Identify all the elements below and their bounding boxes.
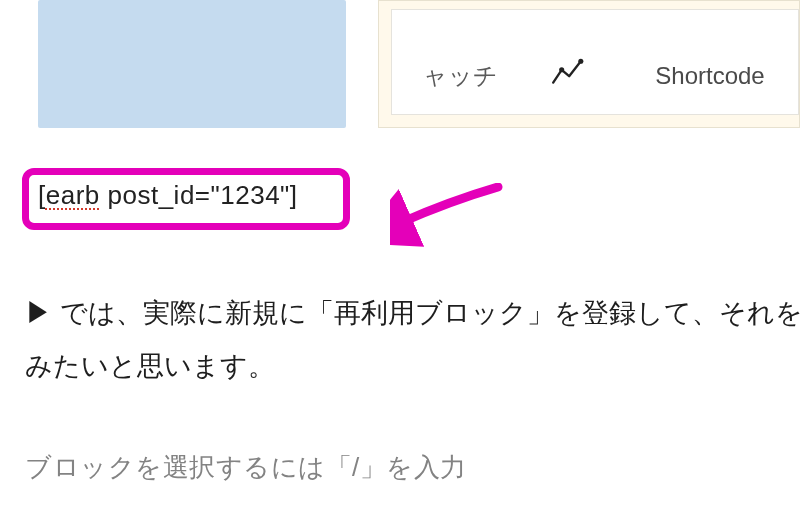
shortcode-misspelled-token: earb [46,180,100,210]
block-option-stats[interactable] [522,46,612,106]
paragraph-line-2: みたいと思います。 [25,340,800,393]
block-inserter-inner: ャッチ Shortcode [391,9,799,115]
block-inserter-row: ャッチ Shortcode [392,46,798,106]
shortcode-open-bracket: [ [38,180,46,210]
image-placeholder-block[interactable] [38,0,346,128]
stats-icon [550,56,584,96]
editor-top-strip: ャッチ Shortcode [0,0,800,130]
shortcode-text: [earb post_id="1234"] [38,180,298,211]
instruction-paragraph: ▶ では、実際に新規に「再利用ブロック」を登録して、それを みたいと思います。 [25,287,800,392]
svg-point-1 [578,59,583,64]
shortcode-remainder: post_id="1234"] [100,180,298,210]
block-option-shortcode[interactable]: Shortcode [612,46,798,106]
svg-point-0 [559,67,564,72]
shortcode-input-block[interactable]: [earb post_id="1234"] [22,168,350,230]
block-option-catch-fragment[interactable]: ャッチ [392,46,522,106]
annotation-arrow [390,183,505,253]
new-block-placeholder[interactable]: ブロックを選択するには「/」を入力 [25,450,467,485]
paragraph-line-1: ▶ では、実際に新規に「再利用ブロック」を登録して、それを [25,287,800,340]
block-inserter-panel[interactable]: ャッチ Shortcode [378,0,800,128]
